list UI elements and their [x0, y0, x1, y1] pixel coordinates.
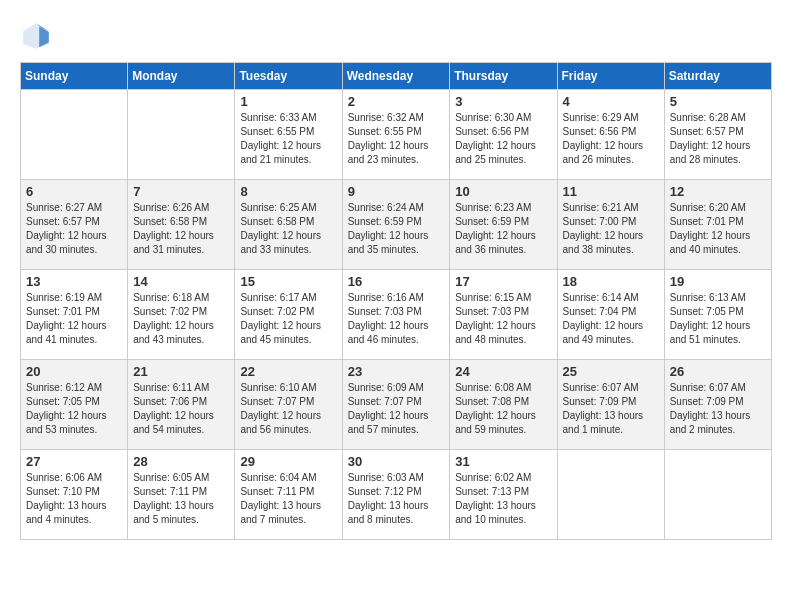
day-info: Sunrise: 6:05 AM Sunset: 7:11 PM Dayligh…	[133, 471, 229, 527]
day-header-tuesday: Tuesday	[235, 63, 342, 90]
calendar-cell: 13Sunrise: 6:19 AM Sunset: 7:01 PM Dayli…	[21, 270, 128, 360]
calendar-cell: 27Sunrise: 6:06 AM Sunset: 7:10 PM Dayli…	[21, 450, 128, 540]
calendar-cell: 7Sunrise: 6:26 AM Sunset: 6:58 PM Daylig…	[128, 180, 235, 270]
day-info: Sunrise: 6:09 AM Sunset: 7:07 PM Dayligh…	[348, 381, 445, 437]
day-info: Sunrise: 6:04 AM Sunset: 7:11 PM Dayligh…	[240, 471, 336, 527]
calendar-cell: 17Sunrise: 6:15 AM Sunset: 7:03 PM Dayli…	[450, 270, 557, 360]
calendar-cell	[128, 90, 235, 180]
day-header-wednesday: Wednesday	[342, 63, 450, 90]
day-number: 14	[133, 274, 229, 289]
day-number: 1	[240, 94, 336, 109]
calendar-cell	[557, 450, 664, 540]
day-number: 4	[563, 94, 659, 109]
day-number: 6	[26, 184, 122, 199]
calendar-cell: 6Sunrise: 6:27 AM Sunset: 6:57 PM Daylig…	[21, 180, 128, 270]
day-number: 29	[240, 454, 336, 469]
day-info: Sunrise: 6:25 AM Sunset: 6:58 PM Dayligh…	[240, 201, 336, 257]
day-info: Sunrise: 6:28 AM Sunset: 6:57 PM Dayligh…	[670, 111, 766, 167]
day-header-sunday: Sunday	[21, 63, 128, 90]
calendar-table: SundayMondayTuesdayWednesdayThursdayFrid…	[20, 62, 772, 540]
day-number: 8	[240, 184, 336, 199]
day-number: 27	[26, 454, 122, 469]
day-info: Sunrise: 6:30 AM Sunset: 6:56 PM Dayligh…	[455, 111, 551, 167]
day-info: Sunrise: 6:11 AM Sunset: 7:06 PM Dayligh…	[133, 381, 229, 437]
header	[20, 20, 772, 52]
calendar-cell: 25Sunrise: 6:07 AM Sunset: 7:09 PM Dayli…	[557, 360, 664, 450]
day-info: Sunrise: 6:07 AM Sunset: 7:09 PM Dayligh…	[670, 381, 766, 437]
calendar-week-row: 13Sunrise: 6:19 AM Sunset: 7:01 PM Dayli…	[21, 270, 772, 360]
calendar-cell: 21Sunrise: 6:11 AM Sunset: 7:06 PM Dayli…	[128, 360, 235, 450]
logo	[20, 20, 56, 52]
day-info: Sunrise: 6:16 AM Sunset: 7:03 PM Dayligh…	[348, 291, 445, 347]
day-info: Sunrise: 6:29 AM Sunset: 6:56 PM Dayligh…	[563, 111, 659, 167]
day-number: 13	[26, 274, 122, 289]
day-number: 26	[670, 364, 766, 379]
calendar-cell	[21, 90, 128, 180]
day-number: 28	[133, 454, 229, 469]
day-info: Sunrise: 6:14 AM Sunset: 7:04 PM Dayligh…	[563, 291, 659, 347]
day-number: 2	[348, 94, 445, 109]
calendar-cell: 18Sunrise: 6:14 AM Sunset: 7:04 PM Dayli…	[557, 270, 664, 360]
day-info: Sunrise: 6:13 AM Sunset: 7:05 PM Dayligh…	[670, 291, 766, 347]
calendar-cell: 2Sunrise: 6:32 AM Sunset: 6:55 PM Daylig…	[342, 90, 450, 180]
day-number: 25	[563, 364, 659, 379]
calendar-cell: 9Sunrise: 6:24 AM Sunset: 6:59 PM Daylig…	[342, 180, 450, 270]
day-number: 19	[670, 274, 766, 289]
calendar-cell: 8Sunrise: 6:25 AM Sunset: 6:58 PM Daylig…	[235, 180, 342, 270]
day-info: Sunrise: 6:02 AM Sunset: 7:13 PM Dayligh…	[455, 471, 551, 527]
calendar-cell: 1Sunrise: 6:33 AM Sunset: 6:55 PM Daylig…	[235, 90, 342, 180]
day-info: Sunrise: 6:24 AM Sunset: 6:59 PM Dayligh…	[348, 201, 445, 257]
day-info: Sunrise: 6:03 AM Sunset: 7:12 PM Dayligh…	[348, 471, 445, 527]
day-number: 16	[348, 274, 445, 289]
day-info: Sunrise: 6:06 AM Sunset: 7:10 PM Dayligh…	[26, 471, 122, 527]
day-info: Sunrise: 6:20 AM Sunset: 7:01 PM Dayligh…	[670, 201, 766, 257]
day-number: 23	[348, 364, 445, 379]
day-info: Sunrise: 6:27 AM Sunset: 6:57 PM Dayligh…	[26, 201, 122, 257]
calendar-cell: 11Sunrise: 6:21 AM Sunset: 7:00 PM Dayli…	[557, 180, 664, 270]
calendar-cell: 26Sunrise: 6:07 AM Sunset: 7:09 PM Dayli…	[664, 360, 771, 450]
day-info: Sunrise: 6:08 AM Sunset: 7:08 PM Dayligh…	[455, 381, 551, 437]
day-info: Sunrise: 6:12 AM Sunset: 7:05 PM Dayligh…	[26, 381, 122, 437]
day-number: 17	[455, 274, 551, 289]
day-number: 11	[563, 184, 659, 199]
day-number: 10	[455, 184, 551, 199]
day-info: Sunrise: 6:19 AM Sunset: 7:01 PM Dayligh…	[26, 291, 122, 347]
calendar-cell: 15Sunrise: 6:17 AM Sunset: 7:02 PM Dayli…	[235, 270, 342, 360]
day-number: 21	[133, 364, 229, 379]
day-info: Sunrise: 6:15 AM Sunset: 7:03 PM Dayligh…	[455, 291, 551, 347]
day-header-friday: Friday	[557, 63, 664, 90]
day-number: 22	[240, 364, 336, 379]
day-number: 15	[240, 274, 336, 289]
calendar-week-row: 1Sunrise: 6:33 AM Sunset: 6:55 PM Daylig…	[21, 90, 772, 180]
day-number: 9	[348, 184, 445, 199]
calendar-cell: 29Sunrise: 6:04 AM Sunset: 7:11 PM Dayli…	[235, 450, 342, 540]
day-number: 24	[455, 364, 551, 379]
day-number: 3	[455, 94, 551, 109]
calendar-cell: 28Sunrise: 6:05 AM Sunset: 7:11 PM Dayli…	[128, 450, 235, 540]
calendar-cell: 14Sunrise: 6:18 AM Sunset: 7:02 PM Dayli…	[128, 270, 235, 360]
day-info: Sunrise: 6:23 AM Sunset: 6:59 PM Dayligh…	[455, 201, 551, 257]
day-number: 31	[455, 454, 551, 469]
calendar-cell: 23Sunrise: 6:09 AM Sunset: 7:07 PM Dayli…	[342, 360, 450, 450]
calendar-cell: 3Sunrise: 6:30 AM Sunset: 6:56 PM Daylig…	[450, 90, 557, 180]
day-header-monday: Monday	[128, 63, 235, 90]
day-header-thursday: Thursday	[450, 63, 557, 90]
calendar-cell	[664, 450, 771, 540]
calendar-week-row: 20Sunrise: 6:12 AM Sunset: 7:05 PM Dayli…	[21, 360, 772, 450]
calendar-cell: 19Sunrise: 6:13 AM Sunset: 7:05 PM Dayli…	[664, 270, 771, 360]
day-info: Sunrise: 6:10 AM Sunset: 7:07 PM Dayligh…	[240, 381, 336, 437]
calendar-cell: 12Sunrise: 6:20 AM Sunset: 7:01 PM Dayli…	[664, 180, 771, 270]
day-info: Sunrise: 6:26 AM Sunset: 6:58 PM Dayligh…	[133, 201, 229, 257]
calendar-cell: 10Sunrise: 6:23 AM Sunset: 6:59 PM Dayli…	[450, 180, 557, 270]
calendar-cell: 5Sunrise: 6:28 AM Sunset: 6:57 PM Daylig…	[664, 90, 771, 180]
day-info: Sunrise: 6:33 AM Sunset: 6:55 PM Dayligh…	[240, 111, 336, 167]
calendar-cell: 22Sunrise: 6:10 AM Sunset: 7:07 PM Dayli…	[235, 360, 342, 450]
day-number: 20	[26, 364, 122, 379]
day-number: 7	[133, 184, 229, 199]
calendar-week-row: 6Sunrise: 6:27 AM Sunset: 6:57 PM Daylig…	[21, 180, 772, 270]
day-number: 5	[670, 94, 766, 109]
day-info: Sunrise: 6:18 AM Sunset: 7:02 PM Dayligh…	[133, 291, 229, 347]
calendar-cell: 30Sunrise: 6:03 AM Sunset: 7:12 PM Dayli…	[342, 450, 450, 540]
day-info: Sunrise: 6:07 AM Sunset: 7:09 PM Dayligh…	[563, 381, 659, 437]
day-info: Sunrise: 6:17 AM Sunset: 7:02 PM Dayligh…	[240, 291, 336, 347]
